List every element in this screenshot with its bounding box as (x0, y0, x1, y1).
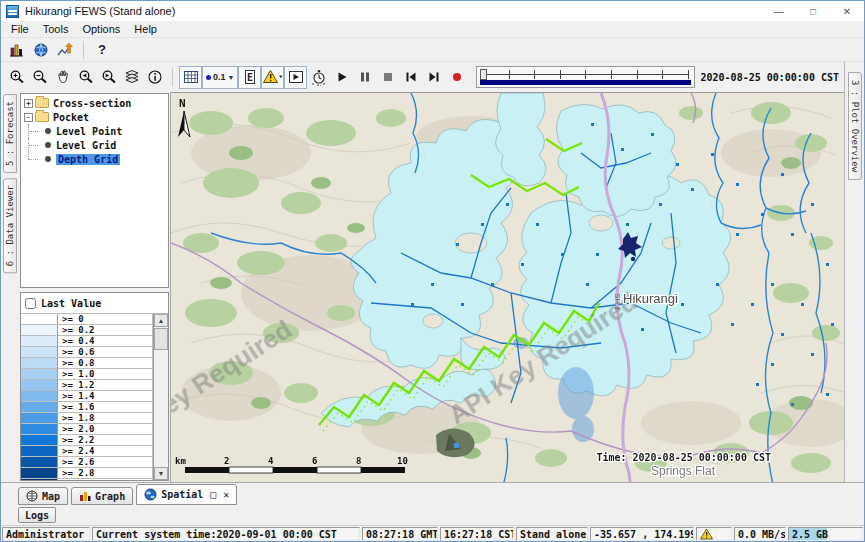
legend-scrollbar[interactable]: ▲ ▼ (153, 314, 168, 480)
tab-plot-overview[interactable]: 3 : Plot Overview (848, 72, 862, 180)
legend-row[interactable]: >= 0 (21, 314, 153, 325)
stop-button[interactable] (376, 66, 399, 89)
legend-row[interactable]: >= 1.4 (21, 391, 153, 402)
zoom-in-button[interactable] (5, 66, 28, 89)
record-icon (450, 70, 464, 84)
legend-row[interactable]: >= 0.2 (21, 325, 153, 336)
zoom-out-button[interactable] (28, 66, 51, 89)
timer-settings-button[interactable] (307, 66, 330, 89)
timer-icon (310, 69, 328, 86)
scroll-up-icon[interactable]: ▲ (154, 314, 168, 327)
legend-swatch (21, 479, 58, 480)
legend-swatch (21, 336, 58, 346)
legend-swatch (21, 369, 58, 379)
legend-row[interactable]: >= 1.8 (21, 413, 153, 424)
legend-label: >= 3.0 (58, 479, 153, 480)
svg-text:4: 4 (268, 456, 274, 466)
menu-help[interactable]: Help (127, 22, 164, 36)
step-last-button[interactable] (422, 66, 445, 89)
scrollbar-thumb[interactable] (154, 328, 168, 350)
help-button[interactable]: ? (90, 42, 114, 57)
legend-swatch (21, 435, 58, 445)
legend-row[interactable]: >= 2.6 (21, 457, 153, 468)
menu-tools[interactable]: Tools (36, 22, 76, 36)
status-mode: Stand alone (516, 527, 588, 541)
warnings-dropdown-button[interactable] (261, 66, 284, 89)
legend-row[interactable]: >= 0.8 (21, 358, 153, 369)
minimize-button[interactable]: — (762, 1, 796, 21)
animation-panel-button[interactable] (284, 66, 307, 89)
legend-row[interactable]: >= 1.0 (21, 369, 153, 380)
legend-label: >= 1.6 (58, 402, 153, 412)
legend-row[interactable]: >= 2.2 (21, 435, 153, 446)
chevron-down-icon: ▼ (228, 74, 235, 81)
legend-row[interactable]: >= 3.0 (21, 479, 153, 480)
pause-button[interactable] (353, 66, 376, 89)
collapse-icon[interactable]: - (24, 113, 33, 122)
svg-text:8: 8 (356, 456, 361, 466)
grid-toggle-button[interactable] (179, 66, 202, 89)
step-first-button[interactable] (399, 66, 422, 89)
play-button[interactable] (330, 66, 353, 89)
legend-row[interactable]: >= 0.6 (21, 347, 153, 358)
tab-map[interactable]: Map (18, 487, 68, 505)
legend-row[interactable]: >= 2.0 (21, 424, 153, 435)
layers-button[interactable] (120, 66, 143, 89)
classbreak-value-dropdown[interactable]: 0.1 ▼ (202, 66, 238, 89)
skip-to-end-icon (427, 70, 441, 84)
legend-row[interactable]: >= 0.4 (21, 336, 153, 347)
legend-row[interactable]: >= 2.4 (21, 446, 153, 457)
time-slider[interactable] (476, 66, 694, 88)
data-viewer-panel: + Cross-section - Pocket Level P (19, 92, 171, 482)
globe-icon (144, 488, 157, 501)
scroll-down-icon[interactable]: ▼ (154, 467, 168, 480)
tree-item-pocket[interactable]: - Pocket (21, 110, 168, 124)
close-button[interactable]: ✕ (830, 1, 864, 21)
tab-forecast[interactable]: 5 : Forecast (3, 94, 17, 173)
logs-panel-button[interactable] (5, 39, 29, 61)
map-display-button[interactable] (29, 39, 53, 61)
maximize-button[interactable]: □ (796, 1, 830, 21)
zoom-previous-button[interactable] (74, 66, 97, 89)
tab-graph[interactable]: Graph (71, 487, 133, 505)
legend-row[interactable]: >= 2.8 (21, 468, 153, 479)
tab-data-viewer[interactable]: 6 : Data Viewer (3, 178, 17, 273)
legend-row[interactable]: >= 1.6 (21, 402, 153, 413)
time-slider-handle[interactable] (480, 69, 487, 80)
labels-toggle-button[interactable]: E (238, 66, 261, 89)
grid-icon (183, 69, 199, 85)
spatial-map[interactable]: API Key Required API Key Required N km (171, 92, 844, 482)
tab-spatial[interactable]: Spatial □ ✕ (136, 484, 237, 505)
map-canvas: API Key Required API Key Required N km (171, 93, 844, 482)
tab-maximize-icon[interactable]: □ (210, 489, 216, 500)
legend-label: >= 0.6 (58, 347, 153, 357)
tree-item-level-point[interactable]: Level Point (21, 124, 168, 138)
logs-button[interactable]: Logs (18, 507, 56, 523)
status-bar: Administrator Current system time:2020-0… (1, 525, 864, 541)
status-system-time: Current system time:2020-09-01 00:00 CST (92, 527, 360, 541)
expand-icon[interactable]: + (24, 99, 33, 108)
tree-item-level-grid[interactable]: Level Grid (21, 138, 168, 152)
zoom-next-button[interactable] (97, 66, 120, 89)
pan-button[interactable] (51, 66, 74, 89)
main-toolbar: ? (1, 38, 864, 62)
legend-label: >= 2.0 (58, 424, 153, 434)
globe-icon (33, 42, 49, 58)
menu-options[interactable]: Options (75, 22, 127, 36)
info-icon (147, 69, 163, 85)
legend-row[interactable]: >= 1.2 (21, 380, 153, 391)
tree-item-depth-grid[interactable]: Depth Grid (21, 152, 168, 166)
info-button[interactable] (143, 66, 166, 89)
record-button[interactable] (445, 66, 468, 89)
toolbar-separator (83, 41, 84, 59)
layers-icon (124, 69, 140, 85)
tree-connector (21, 138, 45, 152)
legend-label: >= 0 (58, 314, 153, 324)
status-warning-cell[interactable] (696, 527, 732, 541)
status-coordinates: -35.657 , 174.199 (590, 527, 694, 541)
tab-close-icon[interactable]: ✕ (223, 489, 229, 500)
last-value-checkbox[interactable] (25, 298, 36, 309)
timeseries-display-button[interactable] (53, 39, 77, 61)
menu-file[interactable]: File (4, 22, 36, 36)
tree-item-cross-section[interactable]: + Cross-section (21, 96, 168, 110)
